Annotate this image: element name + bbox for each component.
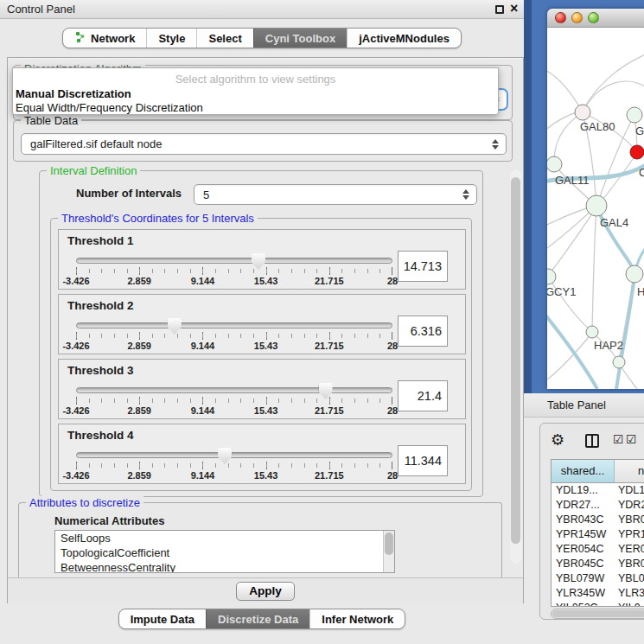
threshold-2-slider[interactable]: -3.426 2.859 9.144 15.43 21.715 28: [76, 322, 392, 328]
node-label-gal4: GAL4: [600, 216, 628, 229]
control-panel: Control Panel × Network Style Select Cyn…: [0, 0, 524, 644]
threshold-3-label: Threshold 3: [67, 364, 134, 377]
table-row[interactable]: YDL19...YDL1: [552, 483, 644, 498]
cyni-settings-panel: Discretization Algorithm Table Data galF…: [7, 57, 524, 603]
network-window-titlebar: [547, 9, 644, 28]
tab-discretize-data[interactable]: Discretize Data: [206, 609, 309, 628]
algorithm-dropdown-popup: Select algorithm to view settings Manual…: [12, 67, 499, 115]
network-window: GAL80 GA GAL11 C GAL4 GCY1 H HAP2: [547, 9, 644, 389]
node-hap2[interactable]: [586, 326, 598, 338]
table-data-value: galFiltered.sif default node: [30, 134, 162, 154]
control-panel-titlebar: Control Panel ×: [0, 0, 524, 19]
node-label-partial: GA: [635, 124, 644, 137]
numerical-attributes-list: SelfLoops TopologicalCoefficient Between…: [54, 530, 395, 573]
table-data-title: Table Data: [21, 114, 81, 127]
zoom-traffic-light-icon[interactable]: [588, 12, 599, 23]
threshold-3-value-field[interactable]: 21.4: [398, 380, 448, 411]
slider-ticks: [76, 332, 392, 340]
threshold-2-label: Threshold 2: [67, 299, 134, 312]
bottom-tabbar: Impute Data Discretize Data Infer Networ…: [0, 609, 524, 629]
close-traffic-light-icon[interactable]: [555, 12, 566, 23]
settings-scrollbar[interactable]: [510, 169, 522, 564]
threshold-1-label: Threshold 1: [67, 234, 134, 247]
node-gal80[interactable]: [575, 105, 590, 120]
list-item[interactable]: BetweennessCentrality: [55, 560, 394, 573]
slider-track[interactable]: [76, 322, 392, 328]
node-label-h: H: [637, 285, 644, 298]
slider-track[interactable]: [76, 258, 392, 264]
threshold-2-value-field[interactable]: 6.316: [398, 316, 448, 347]
tab-cyni-toolbox[interactable]: Cyni Toolbox: [253, 29, 347, 48]
threshold-4-slider[interactable]: -3.426 2.859 9.144 15.43 21.715 28: [76, 452, 392, 458]
node-selected-red[interactable]: [630, 145, 644, 159]
node[interactable]: [613, 356, 625, 368]
panel-title: Control Panel: [7, 0, 75, 18]
tab-impute-data[interactable]: Impute Data: [119, 609, 206, 628]
tab-style[interactable]: Style: [146, 29, 196, 48]
node-gal11[interactable]: [547, 156, 562, 172]
node-label-hap2: HAP2: [594, 339, 623, 352]
table-row[interactable]: YDR27...YDR2: [552, 498, 644, 513]
interval-definition-title: Interval Definition: [47, 164, 140, 177]
slider-track[interactable]: [76, 387, 392, 393]
list-item[interactable]: TopologicalCoefficient: [55, 545, 394, 560]
slider-ticks: [76, 462, 392, 469]
node-label-gal11: GAL11: [555, 174, 590, 187]
node[interactable]: [627, 107, 642, 123]
apply-button[interactable]: Apply: [236, 582, 295, 601]
column-header-shared[interactable]: shared...: [552, 460, 615, 483]
node-gal4[interactable]: [586, 195, 607, 216]
table-row[interactable]: YIL052CYIL0: [552, 601, 644, 607]
list-scrollbar[interactable]: [383, 531, 394, 572]
column-header-name[interactable]: n...: [615, 460, 644, 483]
slider-tick-labels: -3.426 2.859 9.144 15.43 21.715 28: [76, 470, 392, 481]
threshold-4-label: Threshold 4: [67, 429, 134, 442]
scrollbar-thumb[interactable]: [552, 610, 644, 617]
list-item[interactable]: SelfLoops: [55, 531, 394, 545]
float-window-icon[interactable]: [495, 5, 504, 14]
tab-jactivemnodules[interactable]: jActiveMNodules: [347, 29, 461, 48]
algorithm-option-equal-width[interactable]: Equal Width/Frequency Discretization: [16, 101, 203, 114]
table-horizontal-scrollbar[interactable]: [551, 609, 644, 619]
num-intervals-label: Number of Intervals: [76, 187, 182, 200]
num-intervals-combo[interactable]: 5: [194, 184, 477, 205]
tab-select[interactable]: Select: [196, 29, 252, 48]
num-intervals-value: 5: [203, 185, 209, 205]
threshold-4-value-field[interactable]: 11.344: [398, 445, 448, 476]
algorithm-option-manual[interactable]: Manual Discretization: [16, 87, 131, 100]
table-data-combo[interactable]: galFiltered.sif default node: [21, 133, 507, 155]
checkbox-checked-icon[interactable]: ☑: [626, 432, 637, 446]
network-canvas[interactable]: GAL80 GA GAL11 C GAL4 GCY1 H HAP2: [547, 28, 644, 389]
tab-infer-network[interactable]: Infer Network: [309, 609, 405, 628]
threshold-panel-2: Threshold 2 -3.426 2.859 9.144 15.43 21.…: [58, 294, 466, 354]
apply-row: Apply: [8, 577, 523, 603]
gear-icon[interactable]: ⚙: [551, 430, 564, 450]
node-gcy1[interactable]: [547, 269, 556, 284]
threshold-panel-4: Threshold 4 -3.426 2.859 9.144 15.43 21.…: [58, 424, 466, 484]
table-row[interactable]: YBR043CYBR0: [552, 513, 644, 527]
threshold-panel-3: Threshold 3 -3.426 2.859 9.144 15.43 21.…: [58, 359, 466, 419]
threshold-1-value-field[interactable]: 14.713: [398, 251, 448, 282]
minimize-traffic-light-icon[interactable]: [571, 12, 583, 23]
attributes-group-title: Attributes to discretize: [26, 496, 143, 509]
split-columns-icon[interactable]: [585, 434, 599, 448]
network-graph: GAL80 GA GAL11 C GAL4 GCY1 H HAP2: [547, 28, 644, 389]
table-panel-header: Table Panel: [524, 393, 644, 418]
close-icon[interactable]: ×: [510, 1, 518, 16]
table-row[interactable]: YLR345WYLR3: [552, 586, 644, 601]
thresholds-group: Threshold's Coordinates for 5 Intervals …: [50, 218, 472, 491]
table-row[interactable]: YPR145WYPR1: [552, 527, 644, 542]
tab-network[interactable]: Network: [63, 29, 146, 48]
slider-track[interactable]: [76, 452, 392, 458]
table-row[interactable]: YBR045CYBR0: [552, 557, 644, 571]
table-row[interactable]: YBL079WYBL0: [552, 571, 644, 586]
checkbox-checked-icon[interactable]: ☑: [613, 432, 624, 446]
scrollbar-thumb[interactable]: [511, 177, 520, 544]
threshold-3-slider[interactable]: -3.426 2.859 9.144 15.43 21.715 28: [76, 387, 392, 393]
slider-tick-labels: -3.426 2.859 9.144 15.43 21.715 28: [76, 276, 392, 287]
top-tabbar: Network Style Select Cyni Toolbox jActiv…: [0, 28, 524, 48]
table-row[interactable]: YER054CYER0: [552, 542, 644, 557]
node-h[interactable]: [626, 265, 643, 283]
threshold-1-slider[interactable]: -3.426 2.859 9.144 15.43 21.715 28: [76, 258, 392, 264]
table-data-group: Table Data galFiltered.sif default node: [13, 120, 513, 162]
